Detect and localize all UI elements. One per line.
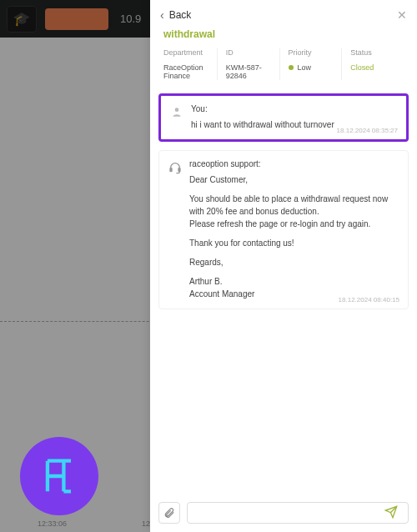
svg-rect-1 [170,168,172,172]
ticket-meta: Department RaceOption Finance ID KWM-587… [150,48,417,93]
attach-button[interactable] [158,502,180,524]
support-icon [168,159,183,300]
status-label: Status [350,48,404,57]
priority-dot-icon [289,65,294,70]
bg-education-icon: 🎓 [7,6,37,33]
status-value: Closed [350,63,404,72]
bg-orange-button [45,8,108,30]
meta-id: ID KWM-587-92846 [217,48,279,80]
back-chevron-icon[interactable]: ‹ [160,8,164,22]
conversation: You: hi i want to withdrawal without tur… [150,93,417,494]
svg-rect-2 [178,168,180,172]
support-timestamp: 18.12.2024 08:40:15 [339,296,399,304]
svg-point-0 [175,108,179,112]
ticket-panel: ‹ Back ✕ withdrawal Department RaceOptio… [150,0,417,532]
bg-number: 10.9 [120,13,141,25]
id-label: ID [226,48,279,57]
meta-status: Status Closed [341,48,404,80]
department-label: Department [163,48,217,57]
user-author: You: [191,104,398,113]
support-author: raceoption support: [189,159,399,168]
meta-department: Department RaceOption Finance [163,48,217,80]
message-input[interactable] [194,509,381,518]
close-icon[interactable]: ✕ [397,8,407,22]
meta-priority: Priority Low [279,48,342,80]
id-value: KWM-587-92846 [226,63,279,80]
back-button[interactable]: Back [169,9,192,21]
message-user: You: hi i want to withdrawal without tur… [158,93,409,142]
priority-label: Priority [289,48,342,57]
panel-header: ‹ Back ✕ [150,0,417,28]
department-value: RaceOption Finance [163,63,217,80]
message-support: raceoption support: Dear Customer, You s… [158,150,409,309]
priority-value: Low [289,63,342,72]
support-text: Dear Customer, You should be able to pla… [189,173,399,300]
user-icon [169,104,184,131]
composer [150,494,417,532]
message-input-box[interactable] [187,502,409,524]
send-button[interactable] [381,505,401,521]
brand-logo [20,437,98,515]
user-timestamp: 18.12.2024 08:35:27 [337,127,398,134]
ticket-title: withdrawal [150,28,417,48]
